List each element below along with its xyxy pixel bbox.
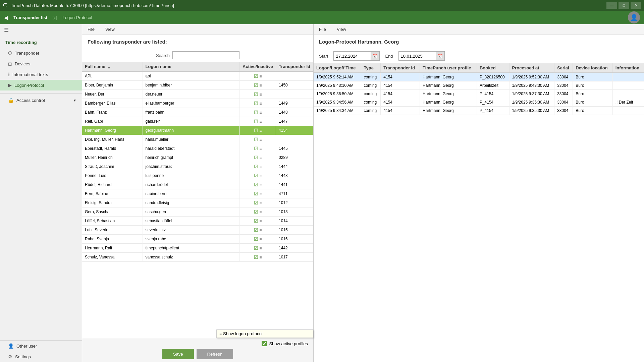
sidebar-item-logon-protocol[interactable]: ▶ Logon-Protocol (0, 80, 82, 90)
table-row[interactable]: Lutz, Severin severin.lutz ☑ ≡ 1015 (82, 226, 313, 235)
col-right-transponder-id[interactable]: Transponder Id (381, 63, 420, 73)
list-detail-icon[interactable]: ≡ (259, 156, 262, 160)
col-user-profile[interactable]: TimePunch user profile (420, 63, 477, 73)
list-detail-icon[interactable]: ≡ (259, 101, 262, 106)
list-detail-icon[interactable]: ≡ (259, 128, 262, 133)
table-row[interactable]: Penne, Luis luis.penne ☑ ≡ 1443 (82, 171, 313, 180)
right-menu-view[interactable]: View (334, 25, 349, 33)
left-menu-view[interactable]: View (103, 25, 117, 33)
col-information[interactable]: Information (612, 63, 644, 73)
cell-full-name: Bamberger, Elias (82, 99, 143, 108)
cell-device-location: Büro (573, 98, 612, 107)
list-detail-icon[interactable]: ≡ (259, 119, 262, 124)
table-row[interactable]: Bahn, Franz franz.bahn ☑ ≡ 1448 (82, 108, 313, 117)
col-active[interactable]: Active/Inactive (240, 62, 276, 71)
table-row[interactable]: Biber, Benjamin benjamin.biber ☑ ≡ 1450 (82, 81, 313, 90)
table-row[interactable]: 1/9/2025 9:34:56 AM coming 4154 Hartmann… (314, 98, 644, 107)
table-row[interactable]: Strauß, Joachim joachim.strauß ☑ ≡ 1444 (82, 162, 313, 171)
table-row[interactable]: Reif, Gabi gabi.reif ☑ ≡ 1447 (82, 117, 313, 126)
list-detail-icon[interactable]: ≡ (259, 237, 262, 242)
access-icon: 🔒 (8, 98, 14, 103)
table-row[interactable]: Rabe, Svenja svenja.rabe ☑ ≡ 1016 (82, 235, 313, 244)
end-date-wrapper: 📅 (398, 51, 445, 61)
col-type[interactable]: Type (361, 63, 381, 73)
table-row[interactable]: Löffel, Sebastian sebastian.löffel ☑ ≡ 1… (82, 217, 313, 226)
table-row[interactable]: Bern, Sabine sabine.bern ☑ ≡ 4711 (82, 189, 313, 198)
table-row[interactable]: Schulz, Vanessa vanessa.schulz ☑ ≡ 1017 (82, 253, 313, 262)
start-date-picker-button[interactable]: 📅 (371, 52, 379, 60)
list-detail-icon[interactable]: ≡ (259, 174, 262, 178)
table-row[interactable]: 1/9/2025 9:43:10 AM coming 4154 Hartmann… (314, 81, 644, 90)
list-detail-icon[interactable]: ≡ (259, 210, 262, 215)
save-button[interactable]: Save (162, 349, 194, 359)
table-row[interactable]: 1/9/2025 9:36:50 AM coming 4154 Hartmann… (314, 90, 644, 98)
sidebar-item-informational[interactable]: ℹ Informational texts (0, 69, 82, 80)
list-detail-icon[interactable]: ≡ (259, 83, 262, 88)
sidebar-menu-toggle[interactable]: ☰ (0, 24, 82, 36)
col-full-name[interactable]: Full name (82, 62, 143, 71)
list-detail-icon[interactable]: ≡ (259, 228, 262, 233)
table-row[interactable]: Bamberger, Elias elias.bamberger ☑ ≡ 144… (82, 99, 313, 108)
back-button[interactable]: ◀ (4, 14, 8, 21)
col-transponder-id[interactable]: Transponder Id (276, 62, 313, 71)
sidebar-item-access-control[interactable]: 🔒 Access control ▼ (0, 95, 82, 106)
cell-logon-name: severin.lutz (143, 226, 240, 235)
col-booked[interactable]: Booked (477, 63, 509, 73)
col-processed-at[interactable]: Processed at (509, 63, 554, 73)
list-detail-icon[interactable]: ≡ (259, 201, 262, 205)
sidebar-item-settings[interactable]: ⚙ Settings (0, 351, 82, 362)
titlebar-left: ⏱ TimePunch Datafox Module 5.7.309.0 [ht… (3, 2, 174, 8)
col-serial[interactable]: Serial (554, 63, 573, 73)
table-row[interactable]: 1/9/2025 9:52:14 AM coming 4154 Hartmann… (314, 73, 644, 81)
col-logon-name[interactable]: Logon name (143, 62, 240, 71)
table-row[interactable]: Müller, Heinrich heinrich.grampf ☑ ≡ 028… (82, 153, 313, 162)
list-detail-icon[interactable]: ≡ (259, 137, 262, 142)
table-row[interactable]: Neuer, Der der.neuer ☑ ≡ (82, 90, 313, 99)
list-detail-icon[interactable]: ≡ (259, 192, 262, 196)
sidebar-item-other-user[interactable]: 👤 Other user (0, 341, 82, 351)
user-avatar[interactable]: 👤 (628, 11, 640, 23)
list-detail-icon[interactable]: ≡ (259, 165, 262, 169)
table-row[interactable]: API, api ☑ ≡ (82, 71, 313, 81)
list-detail-icon[interactable]: ≡ (259, 74, 262, 79)
col-device-location[interactable]: Device location (573, 63, 612, 73)
table-row[interactable]: Eberstadt, Harald harald.eberstadt ☑ ≡ 1… (82, 144, 313, 153)
cell-device-location: Büro (573, 73, 612, 81)
list-detail-icon[interactable]: ≡ (259, 183, 262, 187)
table-row[interactable]: Hartmann, Georg georg.hartmann ☑ ≡ 4154 (82, 126, 313, 135)
show-active-checkbox[interactable] (262, 341, 267, 346)
search-input[interactable] (172, 51, 239, 59)
list-detail-icon[interactable]: ≡ (259, 219, 262, 224)
cell-active: ☑ ≡ (240, 90, 276, 99)
right-menu-file[interactable]: File (316, 25, 329, 33)
table-row[interactable]: Gern, Sascha sascha.gern ☑ ≡ 1013 (82, 207, 313, 217)
list-detail-icon[interactable]: ≡ (259, 110, 262, 115)
list-detail-icon[interactable]: ≡ (259, 255, 262, 260)
transponder-list-link[interactable]: Transponder list (13, 15, 47, 20)
table-row[interactable]: Rüdel, Richard richard.rüdel ☑ ≡ 1441 (82, 180, 313, 189)
end-date-input[interactable] (399, 52, 436, 60)
right-panel: File View Logon-Protocol Hartmann, Georg… (314, 24, 644, 362)
sidebar-other-user-label: Other user (16, 344, 37, 349)
close-button[interactable]: ✕ (631, 2, 641, 9)
end-date-picker-button[interactable]: 📅 (436, 52, 444, 60)
refresh-button[interactable]: Refresh (197, 349, 233, 359)
maximize-button[interactable]: □ (619, 2, 629, 9)
table-row[interactable]: Dipl. Ing. Müller, Hans hans.mueller ☑ ≡ (82, 135, 313, 144)
sidebar-item-devices[interactable]: ◻ Devices (0, 58, 82, 69)
list-detail-icon[interactable]: ≡ (259, 92, 262, 97)
table-row[interactable]: Herrmann, Ralf timepunch\tp-client ☑ ≡ 1… (82, 244, 313, 253)
start-date-input[interactable] (334, 52, 371, 60)
sidebar-item-transponder[interactable]: ⬡ Transponder (0, 48, 82, 58)
cell-full-name: Penne, Luis (82, 171, 143, 180)
col-logon-logoff-time[interactable]: Logon/Logoff Time (314, 63, 361, 73)
table-row[interactable]: Fleisig, Sandra sandra.fleisig ☑ ≡ 1012 (82, 198, 313, 207)
sidebar-settings-label: Settings (15, 354, 31, 359)
list-detail-icon[interactable]: ≡ (259, 246, 262, 251)
table-row[interactable]: 1/9/2025 9:34:34 AM coming 4154 Hartmann… (314, 107, 644, 115)
logon-protocol-link[interactable]: Logon-Protocol (63, 15, 92, 20)
left-menu-file[interactable]: File (85, 25, 97, 33)
sidebar-access-label: Access control (16, 98, 45, 103)
list-detail-icon[interactable]: ≡ (259, 146, 262, 151)
minimize-button[interactable]: — (606, 2, 617, 9)
